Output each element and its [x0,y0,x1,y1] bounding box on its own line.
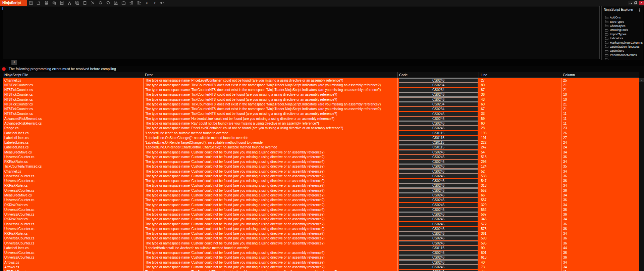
error-row[interactable]: AdvancedRiskReward.cs The type or namesp… [3,116,640,121]
cell-column: 27 [561,135,640,140]
error-row[interactable]: UniversalCounter.cs The type or namespac… [3,222,640,226]
cut-icon[interactable] [67,1,72,5]
error-row[interactable]: RKRiskRuler.cs The type or namespace nam… [3,202,640,207]
error-row[interactable]: UniversalCounter.cs The type or namespac… [3,179,640,183]
cell-code: CS0246 [398,222,479,226]
cell-column: 11 [561,270,640,271]
template-icon[interactable] [60,1,64,5]
error-row[interactable]: Arrows.cs The type or namespace name 'Cu… [3,260,640,265]
column-header-code[interactable]: Code [397,72,479,78]
find-icon[interactable] [114,1,118,5]
save-as-icon[interactable] [37,1,41,5]
delete-icon[interactable] [91,1,95,5]
error-row[interactable]: NT8TickCounter.cs The type or namespace … [3,88,640,92]
cell-line: 28 [479,126,561,131]
error-row[interactable]: LabeledLines.cs 'LabeledLine.Icon': no s… [3,131,640,135]
error-row[interactable]: UniversalCounter.cs The type or namespac… [3,226,640,231]
error-row[interactable]: Channel.cs The type or namespace name 'C… [3,169,640,174]
error-row[interactable]: LabeledLines.cs 'LabeledLine.OnStateChan… [3,135,640,140]
grid-scrollbar[interactable]: ▲ [639,78,644,271]
explorer-folder-item[interactable]: PerformanceMetrics [602,53,643,57]
error-row[interactable]: UniversalCounter.cs The type or namespac… [3,188,640,193]
column-header-ninjascript-file[interactable]: NinjaScript File [3,72,143,78]
cell-error: The type or namespace name 'TickCounterN… [144,102,398,106]
explorer-folder-item[interactable]: OptimizationFitnesses [602,45,643,49]
error-row[interactable]: NT8TickCounter.cs The type or namespace … [3,92,640,97]
print-preview-icon[interactable] [52,1,56,5]
scroll-up-icon[interactable]: ▲ [639,78,644,82]
cell-column: 36 [561,255,640,260]
column-header-error[interactable]: Error [143,72,397,78]
explorer-folder-item-partial[interactable] [602,57,643,60]
error-row[interactable]: UniversalCounter.cs The type or namespac… [3,212,640,217]
cell-file: Arrows.cs [3,265,144,269]
error-row[interactable]: LabeledLines.cs 'LabeledLine.OnRender(Ch… [3,145,640,150]
error-row[interactable]: UniversalCounter.cs The type or namespac… [3,198,640,202]
outdent-icon[interactable] [129,1,133,5]
error-row[interactable]: UniversalCounter.cs The type or namespac… [3,236,640,241]
error-row[interactable]: NT8TickCounter.cs The type or namespace … [3,102,640,106]
cell-line: 533 [479,174,561,178]
error-row[interactable]: UniversalCounter.cs The type or namespac… [3,251,640,255]
cell-file: RKRiskRuler.cs [3,160,144,164]
compile-icon[interactable] [121,1,126,5]
cell-file: RKRiskRuler.cs [3,217,144,222]
error-row[interactable]: MeasuredMove.cs The type or namespace na… [3,193,640,197]
error-row[interactable]: UniversalCounter.cs The type or namespac… [3,241,640,245]
explorer-folder-item[interactable]: Indicators [602,36,643,40]
error-row[interactable]: NT8TickCounter.cs The type or namespace … [3,107,640,111]
error-row[interactable]: RKRiskRuler.cs The type or namespace nam… [3,231,640,236]
paste-icon[interactable] [83,1,87,5]
error-row[interactable]: UniversalCounter.cs The type or namespac… [3,255,640,260]
error-row[interactable]: RKRiskRuler.cs The type or namespace nam… [3,183,640,188]
error-code-badge: CS0246 [399,188,478,193]
window-title-tab[interactable]: NinjaScript Editor [0,0,27,6]
error-row[interactable]: UniversalCounter.cs The type or namespac… [3,174,640,178]
column-header-column[interactable]: Column [561,72,639,78]
explorer-folder-item[interactable]: MarketAnalyzerColumns [602,40,643,44]
pin-icon[interactable] [638,8,641,12]
cell-code: CS0246 [398,169,479,174]
code-editor-area[interactable] [3,6,600,59]
error-row[interactable]: Arrows.cs The type or namespace name 'Cu… [3,265,640,269]
mute-icon[interactable] [160,1,164,5]
error-row[interactable]: Channel.cs The type or namespace name 'P… [3,78,640,83]
minimize-button[interactable] [628,1,633,5]
error-row[interactable]: RKRiskRuler.cs The type or namespace nam… [3,160,640,164]
print-icon[interactable] [44,1,49,5]
error-row[interactable]: AdvancedRiskReward.cs The type or namesp… [3,121,640,126]
undo-icon[interactable] [98,1,103,5]
error-row[interactable]: UniversalCounter.cs The type or namespac… [3,207,640,212]
redo-icon[interactable] [106,1,110,5]
comment-icon[interactable]: //. [145,1,149,5]
error-row[interactable]: NT8TickCounter.cs The type or namespace … [3,111,640,116]
error-row[interactable]: UniversalCounter.cs The type or namespac… [3,154,640,159]
column-header-line[interactable]: Line [479,72,561,78]
cell-line: 193 [479,131,561,135]
indent-icon[interactable] [137,1,141,5]
explorer-folder-item[interactable]: Optimizers [602,49,643,53]
explorer-folder-item[interactable]: ImportTypes [602,32,643,36]
error-row[interactable]: Range.cs The type or namespace name 'Pri… [3,126,640,131]
cell-file: NT8TickCounter.cs [3,270,144,271]
error-row[interactable]: LabeledLines.cs 'LabeledHorizontalLine.A… [3,245,640,250]
explorer-folder-item[interactable]: AddOns [602,15,643,19]
error-row[interactable]: LabeledLines.cs 'LabeledLine.OnRenderTar… [3,140,640,145]
cell-line: 40 [479,260,561,265]
error-row[interactable]: TickCounterEnhanced.cs The type or names… [3,164,640,169]
error-row[interactable]: NT8TickCounter.cs The type or namespace … [3,83,640,87]
save-icon[interactable] [29,1,33,5]
copy-icon[interactable] [75,1,79,5]
explorer-folder-item[interactable]: BarsTypes [602,19,643,24]
error-row[interactable]: NT8TickCounter.cs The type or namespace … [3,270,640,271]
error-row[interactable]: RKRiskRuler.cs The type or namespace nam… [3,217,640,222]
explorer-folder-item[interactable]: ChartStyles [602,24,643,28]
new-tab-button[interactable]: + [11,60,17,65]
close-button[interactable]: ✕ [639,1,644,5]
explorer-folder-item[interactable]: DrawingTools [602,28,643,32]
restore-button[interactable] [633,1,638,5]
error-row[interactable]: MeasuredMove.cs The type or namespace na… [3,150,640,154]
error-code-badge: CS0246 [399,150,478,154]
error-row[interactable]: NT8TickCounter.cs The type or namespace … [3,97,640,102]
uncomment-icon[interactable]: // [152,1,157,5]
